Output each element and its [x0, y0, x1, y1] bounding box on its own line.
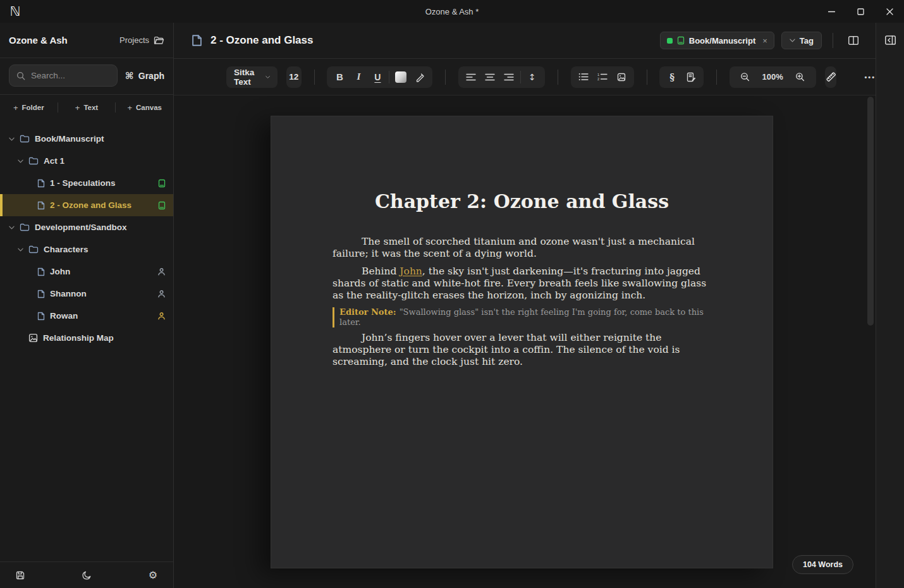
chevron-down-icon[interactable]: [18, 159, 23, 163]
sidebar-item-2-ozone-and-glass[interactable]: 2 - Ozone and Glass: [0, 194, 173, 216]
sidebar-item-book-manuscript[interactable]: Book/Manuscript: [0, 128, 173, 150]
align-center-button[interactable]: [480, 68, 499, 87]
sidebar-footer: ⚙: [0, 561, 173, 588]
zoom-in-button[interactable]: [791, 68, 810, 87]
zoom-out-icon: [740, 72, 750, 82]
font-size-input[interactable]: 12: [286, 66, 302, 88]
underline-button[interactable]: U: [368, 68, 387, 87]
app-window: ℕ Ozone & Ash * Ozone & Ash Projects: [0, 0, 904, 588]
file-tree: Book/Manuscript Act 1 1 - Speculations 2…: [0, 128, 173, 561]
folder-open-icon: [154, 36, 164, 45]
project-name: Ozone & Ash: [9, 35, 68, 46]
tree-item-label: Characters: [44, 245, 89, 254]
graph-button[interactable]: ⌘ Graph: [125, 70, 164, 82]
new-canvas-label: Canvas: [136, 104, 162, 111]
chevron-down-icon[interactable]: [9, 137, 15, 141]
editor-canvas[interactable]: Chapter 2: Ozone and Glass The smell of …: [174, 95, 876, 588]
new-item-row: + Folder + Text + Canvas: [0, 95, 173, 120]
collapse-panel-button[interactable]: [881, 30, 900, 49]
paragraph: Behind John, the sky isn't just darkenin…: [333, 266, 711, 302]
chevron-down-icon[interactable]: [9, 226, 15, 230]
search-field[interactable]: [31, 71, 88, 80]
zoom-level-value: 100%: [762, 72, 783, 82]
zoom-out-button[interactable]: [736, 68, 755, 87]
insert-image-button[interactable]: [612, 68, 631, 87]
john-wiki-link[interactable]: John: [400, 266, 422, 277]
svg-text:1: 1: [597, 73, 599, 77]
theme-toggle-button[interactable]: [77, 566, 96, 585]
sidebar-item-act-1[interactable]: Act 1: [0, 150, 173, 172]
split-view-button[interactable]: [844, 31, 863, 50]
canvas-image-icon: [28, 333, 38, 343]
tree-item-label: John: [50, 267, 70, 276]
gear-icon: ⚙: [149, 570, 157, 580]
manuscript-book-icon: [158, 179, 166, 188]
highlight-button[interactable]: [410, 68, 429, 87]
text-color-button[interactable]: [391, 68, 410, 87]
new-canvas-button[interactable]: + Canvas: [116, 103, 173, 113]
section-break-button[interactable]: §: [663, 68, 681, 87]
new-text-button[interactable]: + Text: [58, 103, 116, 113]
sidebar-item-development-sandbox[interactable]: Development/Sandbox: [0, 216, 173, 238]
notes-edit-button[interactable]: [681, 68, 700, 87]
title-bar: ℕ Ozone & Ash *: [0, 0, 904, 23]
save-button[interactable]: [11, 566, 30, 585]
align-right-button[interactable]: [499, 68, 518, 87]
projects-label: Projects: [119, 35, 149, 45]
person-icon: [157, 312, 166, 320]
graph-label: Graph: [138, 71, 164, 81]
new-folder-button[interactable]: + Folder: [0, 103, 58, 113]
more-options-button[interactable]: •••: [864, 73, 876, 81]
sidebar-item-shannon[interactable]: Shannon: [0, 283, 173, 305]
tree-item-label: Relationship Map: [43, 333, 114, 343]
add-tag-button[interactable]: Tag: [781, 32, 822, 49]
tree-item-label: 1 - Speculations: [50, 178, 116, 188]
sidebar-item-characters[interactable]: Characters: [0, 238, 173, 260]
line-spacing-button[interactable]: ↕: [523, 68, 542, 87]
sidebar-item-rowan[interactable]: Rowan: [0, 305, 173, 327]
color-swatch-icon: [395, 71, 406, 83]
bold-button[interactable]: B: [330, 68, 349, 87]
tag-remove-icon[interactable]: ×: [762, 36, 767, 46]
person-icon: [157, 267, 166, 276]
italic-button[interactable]: I: [349, 68, 368, 87]
right-rail: [876, 23, 904, 588]
numbered-list-icon: 12: [597, 73, 608, 81]
moon-icon: [82, 570, 92, 580]
paragraph: The smell of scorched titanium and ozone…: [333, 236, 711, 260]
font-family-select[interactable]: Sitka Text: [226, 66, 278, 88]
sidebar-item-1-speculations[interactable]: 1 - Speculations: [0, 172, 173, 194]
notebook-edit-icon: [686, 72, 696, 82]
tree-item-label: Act 1: [44, 156, 64, 166]
minimize-button[interactable]: [817, 0, 846, 23]
sidebar-item-relationship-map[interactable]: Relationship Map: [0, 327, 173, 349]
projects-button[interactable]: Projects: [119, 35, 164, 45]
green-dot-icon: [667, 38, 673, 44]
settings-button[interactable]: ⚙: [144, 566, 162, 585]
scrollbar-thumb[interactable]: [867, 97, 874, 326]
document-page[interactable]: Chapter 2: Ozone and Glass The smell of …: [271, 116, 773, 568]
document-title: 2 - Ozone and Glass: [211, 34, 314, 47]
header-actions: Book/Manuscript × Tag: [660, 31, 863, 50]
maximize-button[interactable]: [846, 0, 875, 23]
sidebar-item-john[interactable]: John: [0, 260, 173, 283]
document-tools-group: §: [659, 66, 704, 88]
bullet-list-button[interactable]: [574, 68, 593, 87]
align-left-icon: [466, 73, 476, 81]
align-right-icon: [504, 73, 514, 81]
numbered-list-button[interactable]: 12: [593, 68, 612, 87]
divider: [389, 71, 389, 83]
close-button[interactable]: [875, 0, 904, 23]
document-header: 2 - Ozone and Glass Book/Manuscript × Ta…: [174, 23, 876, 59]
chevron-down-icon: [266, 75, 270, 79]
search-input[interactable]: [9, 64, 118, 87]
paragraph: John’s fingers hover over a lever that w…: [333, 332, 711, 368]
svg-text:2: 2: [597, 77, 599, 81]
ruler-button[interactable]: [825, 66, 837, 88]
save-floppy-icon: [15, 570, 25, 580]
align-left-button[interactable]: [461, 68, 480, 87]
tag-chip-book-manuscript[interactable]: Book/Manuscript ×: [660, 32, 774, 49]
chevron-down-icon[interactable]: [18, 248, 23, 252]
divider: [558, 70, 558, 85]
tree-item-label: Development/Sandbox: [35, 223, 127, 232]
